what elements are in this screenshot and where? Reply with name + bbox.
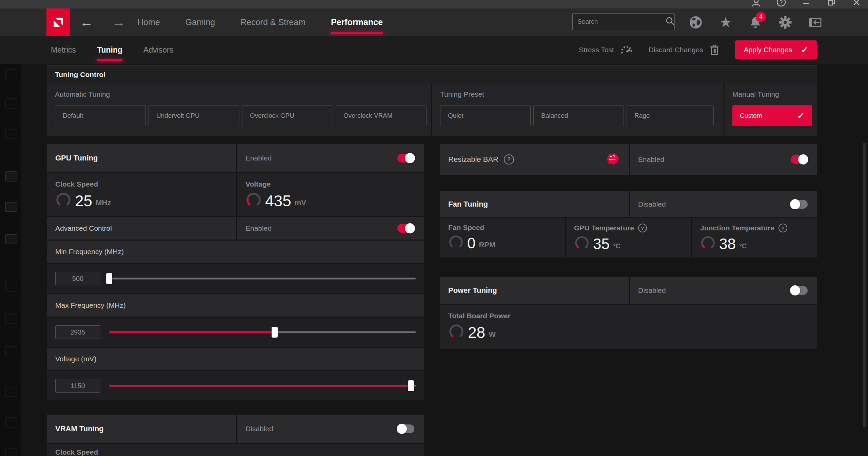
max-frequency-slider-row: [47, 318, 424, 347]
overlay-sidebar-icon: [5, 314, 17, 324]
tab-record-stream[interactable]: Record & Stream: [240, 8, 305, 36]
tab-home[interactable]: Home: [137, 8, 160, 36]
close-icon[interactable]: [849, 0, 864, 8]
min-frequency-slider[interactable]: [109, 272, 416, 285]
performance-subnav: Metrics Tuning Advisors Stress Test Disc…: [0, 36, 868, 64]
tab-performance-label: Performance: [331, 17, 383, 27]
gpu-tuning-toggle[interactable]: [397, 154, 414, 163]
back-button[interactable]: ←: [76, 8, 97, 36]
notifications-bell-icon[interactable]: 4: [748, 15, 763, 30]
search-input[interactable]: [573, 18, 665, 25]
settings-gear-icon[interactable]: [778, 15, 793, 30]
fan-tuning-status: Disabled: [638, 200, 666, 208]
vram-clock-speed-row: Clock Speed: [47, 444, 424, 456]
vram-tuning-title-cell: VRAM Tuning: [47, 415, 236, 443]
tuning-preset-section: Tuning Preset Quiet Balanced Rage: [432, 83, 724, 136]
clock-speed-unit: MHz: [96, 198, 111, 207]
gpu-tuning-title-cell: GPU Tuning: [47, 144, 236, 172]
tab-performance[interactable]: Performance: [331, 8, 383, 36]
vram-tuning-header: VRAM Tuning Disabled: [47, 415, 424, 443]
clock-speed-label: Clock Speed: [55, 180, 236, 188]
max-frequency-input[interactable]: [55, 325, 100, 339]
min-frequency-input[interactable]: [55, 272, 100, 285]
voltage-cell: Voltage 435 mV: [237, 173, 424, 216]
voltage-mv-input[interactable]: [55, 379, 100, 393]
advanced-control-row: Advanced Control Enabled: [47, 217, 424, 240]
fan-tuning-title-cell: Fan Tuning: [440, 191, 629, 217]
max-frequency-slider[interactable]: [109, 326, 416, 338]
minimize-icon[interactable]: [799, 0, 814, 8]
rage-button[interactable]: Rage: [627, 105, 714, 126]
account-icon[interactable]: [749, 0, 764, 8]
clock-speed-cell: Clock Speed 25 MHz: [47, 173, 236, 216]
notification-badge: 4: [756, 12, 766, 22]
junction-temperature-help-icon[interactable]: ?: [778, 224, 787, 232]
gpu-temperature-label: GPU Temperature: [574, 224, 634, 232]
stress-test-button[interactable]: Stress Test: [579, 44, 633, 55]
tab-tuning[interactable]: Tuning: [97, 36, 122, 64]
default-button[interactable]: Default: [55, 105, 146, 126]
tab-metrics[interactable]: Metrics: [51, 36, 76, 64]
overclock-gpu-button[interactable]: Overclock GPU: [242, 105, 333, 126]
window-titlebar: ?: [0, 0, 868, 8]
resizable-bar-toggle[interactable]: [791, 155, 808, 164]
vram-tuning-status-cell: Disabled: [237, 415, 424, 443]
advanced-control-status: Enabled: [245, 224, 272, 232]
discard-changes-button[interactable]: Discard Changes: [649, 44, 719, 56]
main-navbar: ← → Home Gaming Record & Stream Performa…: [0, 8, 868, 36]
overlay-sidebar-icon: [5, 69, 17, 79]
gpu-temperature-help-icon[interactable]: ?: [638, 224, 647, 232]
junction-temperature-label: Junction Temperature: [700, 224, 774, 232]
voltage-mv-slider[interactable]: [109, 380, 416, 392]
globe-icon[interactable]: [688, 15, 703, 30]
tab-advisors[interactable]: Advisors: [143, 36, 173, 64]
undervolt-gpu-button[interactable]: Undervolt GPU: [149, 105, 239, 126]
main-tabs: Home Gaming Record & Stream Performance: [137, 8, 383, 36]
power-tuning-toggle[interactable]: [791, 286, 808, 295]
max-frequency-label: Max Frequency (MHz): [55, 301, 126, 309]
overlay-sidebar-icon: [5, 98, 17, 109]
advanced-control-status-cell: Enabled: [237, 217, 424, 240]
resizable-bar-status-cell: Enabled: [630, 144, 817, 175]
tuning-page-content: Tuning Control Automatic Tuning Default …: [0, 64, 868, 456]
voltage-unit: mV: [295, 198, 306, 207]
power-tuning-header: Power Tuning Disabled: [440, 277, 817, 304]
fan-tuning-status-cell: Disabled: [630, 191, 817, 217]
advanced-control-cell: Advanced Control: [47, 217, 236, 240]
min-frequency-label: Min Frequency (MHz): [55, 248, 124, 256]
min-frequency-slider-handle[interactable]: [106, 273, 112, 284]
favorites-star-icon[interactable]: ★: [718, 15, 733, 30]
gpu-metrics-row: Clock Speed 25 MHz Voltage: [47, 173, 424, 216]
amd-logo[interactable]: [46, 8, 70, 36]
help-icon[interactable]: ?: [774, 0, 789, 8]
gpu-temperature-gauge-icon: [574, 235, 590, 251]
quiet-button[interactable]: Quiet: [440, 105, 531, 126]
scrollbar-thumb[interactable]: [863, 142, 866, 428]
apply-check-icon: ✓: [801, 45, 808, 55]
subnav-tabs: Metrics Tuning Advisors: [51, 36, 173, 64]
apply-changes-button[interactable]: Apply Changes ✓: [735, 40, 817, 59]
gpu-temperature-cell: GPU Temperature ? 35 °C: [566, 218, 691, 258]
balanced-button[interactable]: Balanced: [533, 105, 624, 126]
max-frequency-slider-handle[interactable]: [272, 327, 278, 338]
search-icon[interactable]: [665, 16, 675, 27]
clock-speed-value: 25: [75, 194, 92, 208]
overclock-vram-button[interactable]: Overclock VRAM: [336, 105, 427, 126]
svg-text:?: ?: [780, 0, 783, 5]
tab-gaming[interactable]: Gaming: [185, 8, 215, 36]
custom-button[interactable]: Custom ✓: [732, 105, 812, 126]
restore-icon[interactable]: [824, 0, 839, 8]
advanced-control-label: Advanced Control: [55, 224, 112, 232]
vram-tuning-toggle[interactable]: [397, 424, 414, 433]
smart-access-memory-brain-icon: [605, 152, 620, 167]
forward-button[interactable]: →: [108, 8, 129, 36]
voltage-mv-slider-handle[interactable]: [408, 380, 414, 391]
resizable-bar-help-icon[interactable]: ?: [504, 154, 514, 165]
overlay-sidebar-icon: [5, 202, 17, 212]
advanced-control-toggle[interactable]: [397, 224, 414, 233]
fan-tuning-toggle[interactable]: [791, 200, 808, 209]
fan-tuning-header: Fan Tuning Disabled: [440, 191, 817, 217]
collapse-to-tray-icon[interactable]: [808, 15, 823, 30]
tuning-control-title: Tuning Control: [47, 65, 817, 83]
active-subtab-underline: [97, 59, 122, 61]
